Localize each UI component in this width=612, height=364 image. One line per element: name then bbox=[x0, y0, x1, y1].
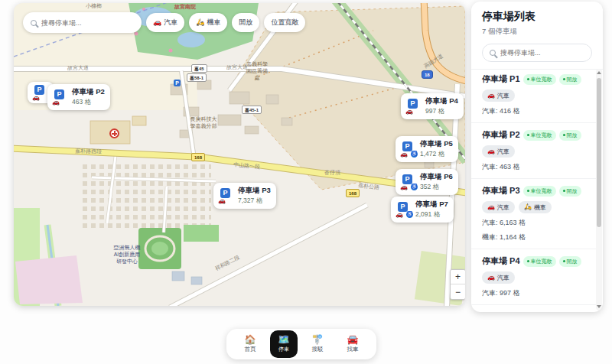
parking-marker-icon: P 🚗 bbox=[219, 188, 234, 203]
pink-zone bbox=[15, 255, 83, 304]
item-name: 停車場 P5 bbox=[482, 311, 520, 312]
zoom-out-button[interactable]: − bbox=[451, 284, 465, 299]
map-marker-p6[interactable]: P 🚗 ♿ 停車場 P6 352 格 bbox=[396, 169, 458, 195]
car-icon: 🚗 bbox=[487, 93, 495, 99]
marker-count: 463 格 bbox=[72, 98, 105, 107]
car-locate-icon: 🚘 bbox=[347, 335, 359, 345]
scooter-icon: 🛵 bbox=[196, 19, 204, 26]
zoom-control: + − bbox=[450, 269, 465, 300]
marker-count: 352 格 bbox=[420, 183, 453, 192]
bottom-nav: 🏠 首頁 🗺️ 停車 🚏 接駁 🚘 找車 bbox=[226, 329, 376, 359]
map-marker-p5[interactable]: P 🚗 ♿ 停車場 P5 1,472 格 bbox=[396, 136, 458, 162]
wheelchair-icon: ♿ bbox=[411, 184, 418, 190]
marker-name: 停車場 P7 bbox=[415, 200, 448, 210]
route-shield: 18 bbox=[422, 70, 433, 79]
parking-poi-icon: P bbox=[174, 80, 181, 86]
vehicle-chip-scooter: 🛵機車 bbox=[519, 201, 552, 213]
route-shield: 嘉45-1 bbox=[242, 106, 262, 114]
list-item-p5[interactable]: 停車場 P5 車位寬敞 開放 🚗汽車 汽車: 1,472 格 ♿無障礙: 120… bbox=[471, 305, 596, 312]
car-icon: 🚗 bbox=[405, 109, 413, 115]
filter-chip-car[interactable]: 🚗 汽車 bbox=[146, 13, 184, 32]
map-topbar: 🚗 汽車 🛵 機車 開放 位置寬敞 bbox=[23, 12, 305, 33]
badge-open: 開放 bbox=[559, 130, 581, 141]
filter-chip-scooter[interactable]: 🛵 機車 bbox=[189, 13, 227, 32]
list-item-p4[interactable]: 停車場 P4 車位寬敞 開放 🚗汽車 汽車: 997 格 bbox=[471, 249, 596, 305]
capacity-car: 汽車: 997 格 bbox=[482, 288, 596, 298]
parking-list-panel: 停車場列表 7 個停車場 停車場 P1 車位寬敞 開放 🚗汽車 汽車: 416 … bbox=[471, 2, 603, 312]
nav-label: 找車 bbox=[347, 346, 359, 353]
list-search[interactable] bbox=[482, 44, 592, 62]
parking-marker-icon: P 🚗 bbox=[33, 85, 48, 100]
vehicle-chip-car: 🚗汽車 bbox=[482, 201, 515, 213]
item-name: 停車場 P2 bbox=[482, 129, 520, 141]
badge-open: 開放 bbox=[559, 256, 581, 267]
marker-count: 997 格 bbox=[425, 107, 458, 116]
map-marker-p4[interactable]: P 🚗 停車場 P4 997 格 bbox=[401, 93, 464, 119]
search-icon bbox=[31, 20, 37, 26]
nav-shuttle[interactable]: 🚏 接駁 bbox=[302, 335, 333, 353]
list-item-p3[interactable]: 停車場 P3 車位寬敞 開放 🚗汽車 🛵機車 汽車: 6,163 格 機車: 1… bbox=[471, 179, 596, 249]
car-icon: 🚗 bbox=[153, 19, 161, 26]
parking-marker-icon: P 🚗 ♿ bbox=[396, 202, 412, 217]
capacity-car: 汽車: 463 格 bbox=[482, 162, 596, 172]
badge-spacious: 車位寬敞 bbox=[523, 74, 556, 85]
badge-open: 開放 bbox=[559, 74, 581, 85]
home-icon: 🏠 bbox=[245, 335, 256, 345]
bus-stop-icon: 🚏 bbox=[312, 335, 324, 345]
badge-spacious: 車位寬敞 bbox=[523, 312, 556, 313]
map-marker-p2[interactable]: P 🚗 停車場 P2 463 格 bbox=[47, 84, 110, 110]
nav-home[interactable]: 🏠 首頁 bbox=[235, 335, 265, 353]
filter-chip-spacious[interactable]: 位置寬敞 bbox=[264, 13, 305, 32]
badge-spacious: 車位寬敞 bbox=[523, 256, 556, 267]
wheelchair-icon: ♿ bbox=[406, 211, 413, 218]
nav-label: 停車 bbox=[278, 346, 289, 353]
car-icon: 🚗 bbox=[487, 148, 495, 154]
nav-parking[interactable]: 🗺️ 停車 bbox=[270, 330, 298, 358]
map-marker-p3[interactable]: P 🚗 停車場 P3 7,327 格 bbox=[213, 183, 276, 209]
scrollbar[interactable] bbox=[596, 69, 602, 310]
map-marker-p7[interactable]: P 🚗 ♿ 停車場 P7 2,091 格 bbox=[391, 197, 454, 223]
route-shield: 168 bbox=[346, 189, 360, 197]
map-search-input[interactable] bbox=[41, 19, 125, 27]
vehicle-chip-car: 🚗汽車 bbox=[482, 89, 515, 102]
list-search-input[interactable] bbox=[500, 49, 584, 57]
scroll-up-icon[interactable] bbox=[597, 71, 601, 74]
car-icon: 🚗 bbox=[487, 204, 495, 210]
car-icon: 🚗 bbox=[487, 275, 495, 281]
capacity-car: 汽車: 416 格 bbox=[482, 106, 596, 116]
hospital-icon bbox=[109, 128, 119, 138]
scrollbar-thumb[interactable] bbox=[597, 78, 601, 227]
nav-label: 接駁 bbox=[312, 346, 324, 353]
panel-title: 停車場列表 bbox=[482, 10, 592, 24]
route-shield: 嘉45 bbox=[191, 64, 207, 73]
capacity-car: 汽車: 6,163 格 bbox=[482, 218, 596, 228]
scroll-down-icon[interactable] bbox=[597, 305, 601, 308]
search-icon bbox=[490, 50, 496, 56]
filter-chip-label: 機車 bbox=[207, 18, 220, 28]
parking-count: 7 個停車場 bbox=[482, 27, 592, 37]
marker-count: 7,327 格 bbox=[238, 197, 271, 206]
map-search[interactable] bbox=[23, 12, 142, 33]
parking-marker-icon: P 🚗 bbox=[406, 99, 422, 114]
item-name: 停車場 P3 bbox=[482, 185, 520, 197]
car-icon: 🚗 bbox=[32, 95, 40, 101]
wheelchair-icon: ♿ bbox=[411, 151, 418, 158]
car-icon: 🚗 bbox=[396, 212, 403, 218]
route-shield: 168 bbox=[191, 153, 205, 161]
car-icon: 🚗 bbox=[400, 184, 408, 190]
filter-chip-open[interactable]: 開放 bbox=[232, 13, 259, 32]
nav-label: 首頁 bbox=[245, 346, 256, 353]
car-icon: 🚗 bbox=[400, 151, 408, 158]
parking-marker-icon: P 🚗 bbox=[53, 89, 68, 105]
list-item-p2[interactable]: 停車場 P2 車位寬敞 開放 🚗汽車 汽車: 463 格 bbox=[471, 123, 596, 179]
nav-find-car[interactable]: 🚘 找車 bbox=[337, 335, 368, 353]
map-panel[interactable]: 小槺榔 故宮南院 嘉義科學園區籌備處 長庚科技大學嘉義分部 亞洲無人機AI創新應… bbox=[14, 3, 465, 306]
list-item-p1[interactable]: 停車場 P1 車位寬敞 開放 🚗汽車 汽車: 416 格 bbox=[471, 67, 596, 123]
app: 小槺榔 故宮南院 嘉義科學園區籌備處 長庚科技大學嘉義分部 亞洲無人機AI創新應… bbox=[0, 0, 612, 364]
village-blocks bbox=[83, 162, 211, 228]
marker-name: 停車場 P4 bbox=[425, 96, 458, 106]
map-icon: 🗺️ bbox=[278, 335, 290, 345]
zoom-in-button[interactable]: + bbox=[451, 270, 465, 284]
route-shield: 嘉58-1 bbox=[187, 73, 207, 82]
marker-count: 1,472 格 bbox=[420, 150, 453, 159]
